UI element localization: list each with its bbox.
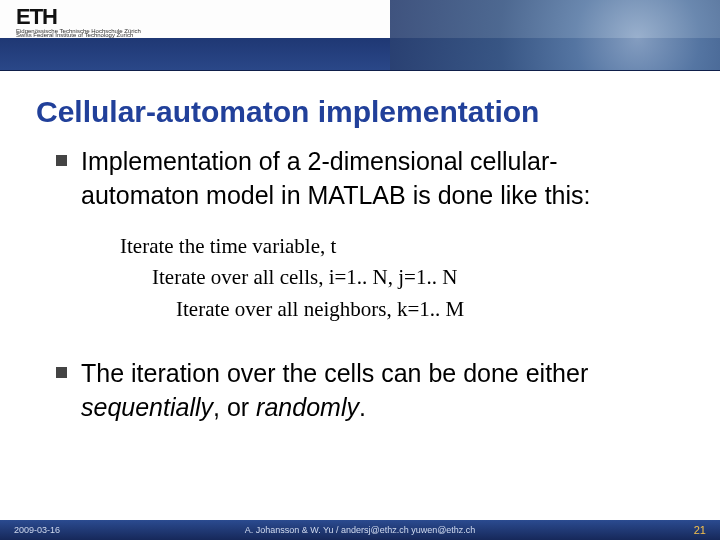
bullet-text-2: The iteration over the cells can be done… (81, 357, 664, 425)
bullet2-end: . (359, 393, 366, 421)
footer-date: 2009-03-16 (14, 525, 60, 535)
bullet2-or: , or (213, 393, 256, 421)
eth-logo: ETH Eidgenössische Technische Hochschule… (16, 4, 141, 38)
bullet2-randomly: randomly (256, 393, 359, 421)
header-bar: ETH Eidgenössische Technische Hochschule… (0, 0, 720, 71)
logo-text: ETH (16, 4, 141, 30)
pseudo-line-2: Iterate over all cells, i=1.. N, j=1.. N (120, 262, 720, 294)
bullet2-sequentially: sequentially (81, 393, 213, 421)
bullet-square-icon (56, 155, 67, 166)
logo-subtitle-2: Swiss Federal Institute of Technology Zu… (16, 32, 141, 38)
pseudocode-block: Iterate the time variable, t Iterate ove… (120, 231, 720, 326)
footer-author: A. Johansson & W. Yu / andersj@ethz.ch y… (0, 525, 720, 535)
bullet-item-1: Implementation of a 2-dimensional cellul… (56, 145, 664, 213)
bullet-text-1: Implementation of a 2-dimensional cellul… (81, 145, 664, 213)
pseudo-line-1: Iterate the time variable, t (120, 231, 720, 263)
pseudo-line-3: Iterate over all neighbors, k=1.. M (120, 294, 720, 326)
bullet-list-2: The iteration over the cells can be done… (0, 357, 720, 425)
banner-image (390, 0, 720, 70)
bullet2-part-a: The iteration over the cells can be done… (81, 359, 588, 387)
bullet-square-icon (56, 367, 67, 378)
footer-page-number: 21 (694, 524, 706, 536)
bullet-list: Implementation of a 2-dimensional cellul… (0, 145, 720, 213)
bullet-item-2: The iteration over the cells can be done… (56, 357, 664, 425)
page-title: Cellular-automaton implementation (0, 71, 720, 145)
footer-bar: 2009-03-16 A. Johansson & W. Yu / anders… (0, 520, 720, 540)
